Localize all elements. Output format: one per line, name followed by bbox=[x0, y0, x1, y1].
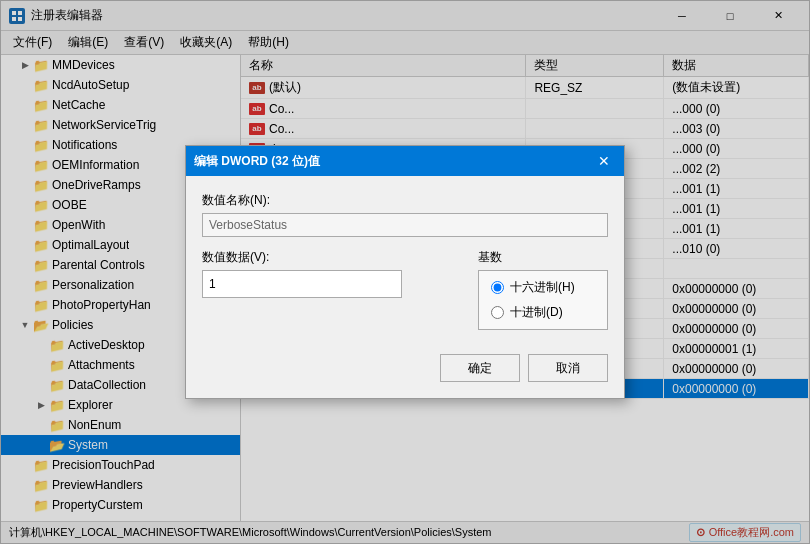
base-label: 基数 bbox=[478, 249, 608, 266]
cancel-button[interactable]: 取消 bbox=[528, 354, 608, 382]
dialog-title-bar: 编辑 DWORD (32 位)值 ✕ bbox=[186, 146, 624, 176]
modal-overlay: 编辑 DWORD (32 位)值 ✕ 数值名称(N): 数值数据(V): bbox=[1, 1, 809, 543]
dialog-buttons: 确定 取消 bbox=[186, 346, 624, 398]
ok-button[interactable]: 确定 bbox=[440, 354, 520, 382]
name-input[interactable] bbox=[202, 213, 608, 237]
radio-group: 十六进制(H) 十进制(D) bbox=[478, 270, 608, 330]
data-group: 数值数据(V): bbox=[202, 249, 466, 330]
dialog-body: 数值名称(N): 数值数据(V): 基数 十六进制(H) bbox=[186, 176, 624, 346]
data-base-row: 数值数据(V): 基数 十六进制(H) 十进制(D) bbox=[202, 249, 608, 330]
dialog-close-button[interactable]: ✕ bbox=[592, 149, 616, 173]
name-label: 数值名称(N): bbox=[202, 192, 608, 209]
radio-hex-label: 十六进制(H) bbox=[510, 279, 575, 296]
radio-hex-input[interactable] bbox=[491, 281, 504, 294]
radio-hex[interactable]: 十六进制(H) bbox=[491, 279, 595, 296]
data-input[interactable] bbox=[202, 270, 402, 298]
base-group: 基数 十六进制(H) 十进制(D) bbox=[478, 249, 608, 330]
radio-dec-label: 十进制(D) bbox=[510, 304, 563, 321]
main-window: 注册表编辑器 ─ □ ✕ 文件(F) 编辑(E) 查看(V) 收藏夹(A) 帮助… bbox=[0, 0, 810, 544]
edit-dword-dialog: 编辑 DWORD (32 位)值 ✕ 数值名称(N): 数值数据(V): bbox=[185, 145, 625, 399]
radio-dec[interactable]: 十进制(D) bbox=[491, 304, 595, 321]
data-label: 数值数据(V): bbox=[202, 249, 466, 266]
dialog-title: 编辑 DWORD (32 位)值 bbox=[194, 153, 320, 170]
name-group: 数值名称(N): bbox=[202, 192, 608, 237]
radio-dec-input[interactable] bbox=[491, 306, 504, 319]
